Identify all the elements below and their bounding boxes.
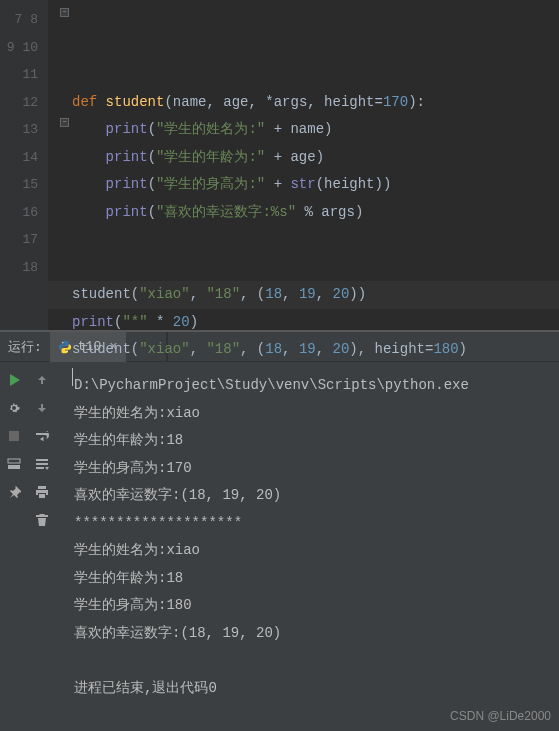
- run-controls-right: [28, 362, 56, 731]
- wrap-icon[interactable]: [34, 428, 50, 444]
- svg-rect-3: [8, 459, 20, 463]
- print-icon[interactable]: [34, 484, 50, 500]
- code-line: [72, 226, 559, 254]
- trash-icon[interactable]: [34, 512, 50, 528]
- rerun-icon[interactable]: [6, 372, 22, 388]
- run-label: 运行:: [0, 338, 50, 356]
- code-area[interactable]: def student(name, age, *args, height=170…: [48, 0, 559, 330]
- svg-rect-4: [8, 465, 20, 469]
- gutter: 7 8 9 10 11 12 13 14 15 16 17 18: [0, 0, 48, 330]
- code-line: [72, 391, 559, 419]
- console-line: 喜欢的幸运数字:(18, 19, 20): [74, 620, 559, 648]
- stop-icon[interactable]: [6, 428, 22, 444]
- scroll-icon[interactable]: [34, 456, 50, 472]
- python-icon: [58, 340, 72, 354]
- code-line: [72, 364, 559, 392]
- console-line: 喜欢的幸运数字:(18, 19, 20): [74, 482, 559, 510]
- code-line: print("学生的身高为:" + str(height)): [72, 171, 559, 199]
- console-line: 进程已结束,退出代码0: [74, 675, 559, 703]
- layout-icon[interactable]: [6, 456, 22, 472]
- up-icon[interactable]: [34, 372, 50, 388]
- console-line: 学生的年龄为:18: [74, 565, 559, 593]
- code-line: [72, 254, 559, 282]
- code-line: print("学生的年龄为:" + age): [72, 144, 559, 172]
- console-line: ********************: [74, 510, 559, 538]
- svg-point-1: [66, 350, 67, 351]
- code-line: student("xiao", "18", (18, 19, 20)): [72, 281, 559, 309]
- svg-rect-2: [9, 431, 19, 441]
- svg-point-0: [62, 342, 63, 343]
- console-line: 学生的姓名为:xiao: [74, 537, 559, 565]
- code-line: def student(name, age, *args, height=170…: [72, 89, 559, 117]
- run-controls-left: [0, 362, 28, 731]
- settings-icon[interactable]: [6, 400, 22, 416]
- code-line: print("学生的姓名为:" + name): [72, 116, 559, 144]
- code-line: print("*" * 20): [72, 309, 559, 337]
- console-line: [74, 647, 559, 675]
- code-line: student("xiao", "18", (18, 19, 20), heig…: [72, 336, 559, 364]
- pin-icon[interactable]: [6, 484, 22, 500]
- code-content: def student(name, age, *args, height=170…: [72, 89, 559, 419]
- down-icon[interactable]: [34, 400, 50, 416]
- code-line: print("喜欢的幸运数字:%s" % args): [72, 199, 559, 227]
- code-editor[interactable]: 7 8 9 10 11 12 13 14 15 16 17 18 − − def…: [0, 0, 559, 330]
- watermark: CSDN @LiDe2000: [450, 709, 551, 723]
- console-line: 学生的身高为:180: [74, 592, 559, 620]
